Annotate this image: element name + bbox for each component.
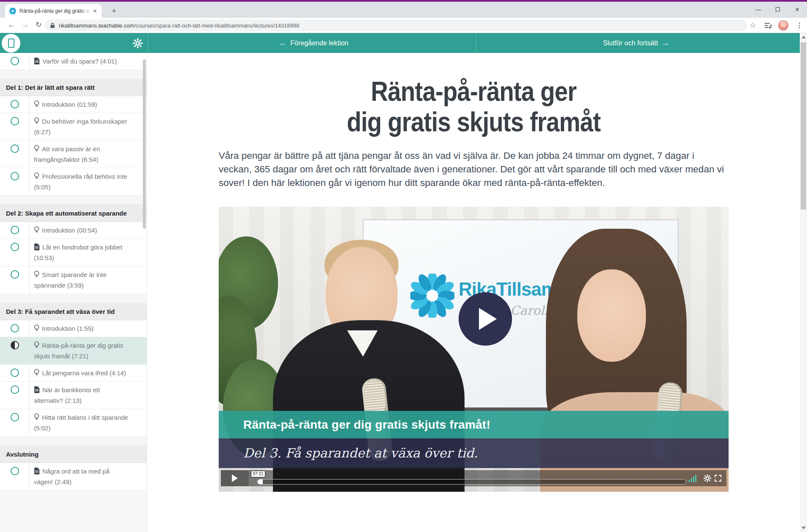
previous-lecture-button[interactable]: ← Föregående lektion bbox=[148, 33, 476, 53]
window-minimize-button[interactable]: — bbox=[749, 2, 768, 17]
sidebar-scrollbar-thumb[interactable] bbox=[143, 59, 146, 229]
complete-continue-label: Slutför och fortsätt bbox=[603, 39, 658, 47]
curriculum-item[interactable]: Professionella råd behövs inte (5:05) bbox=[0, 168, 147, 196]
lightbulb-icon bbox=[34, 271, 39, 278]
curriculum-item[interactable]: Hitta rätt balans i ditt sparande (5:02) bbox=[0, 409, 147, 437]
curriculum-item-label: Låt en fondrobot göra jobbet (10:53) bbox=[30, 239, 135, 266]
scroll-up-arrow-icon[interactable] bbox=[801, 36, 806, 39]
lightbulb-icon bbox=[34, 369, 39, 376]
settings-gear-icon[interactable] bbox=[132, 38, 143, 49]
lightbulb-icon bbox=[34, 324, 39, 332]
video-player[interactable]: RikaTillsammans Caroline Bo Ränta-på-rän… bbox=[219, 207, 729, 492]
curriculum-item[interactable]: Du behöver inga förkunskaper (6:27) bbox=[0, 113, 147, 141]
completion-circle-column bbox=[0, 239, 30, 266]
video-play-button[interactable] bbox=[221, 470, 249, 486]
completion-circle-column bbox=[0, 96, 30, 113]
bookmark-star-icon[interactable]: ☆ bbox=[747, 19, 759, 31]
chrome-menu-icon[interactable]: ⋮ bbox=[793, 19, 805, 31]
url-host: rikatillsammans.teachable.com bbox=[59, 22, 134, 29]
completion-circle-column bbox=[0, 382, 30, 409]
lightbulb-icon bbox=[34, 172, 39, 180]
completion-circle-column bbox=[0, 337, 30, 364]
video-progress-bar[interactable] bbox=[257, 479, 686, 485]
scroll-down-arrow-icon[interactable] bbox=[801, 526, 806, 529]
window-accent-strip bbox=[0, 0, 807, 2]
lock-icon bbox=[50, 22, 55, 28]
document-icon bbox=[34, 468, 40, 474]
incomplete-circle-icon bbox=[11, 117, 19, 125]
incomplete-circle-icon bbox=[11, 172, 19, 180]
video-play-overlay-button[interactable] bbox=[459, 292, 512, 346]
lightbulb-icon bbox=[34, 145, 39, 152]
lightbulb-icon bbox=[34, 341, 39, 349]
url-bar[interactable]: rikatillsammans.teachable.com/courses/sp… bbox=[45, 19, 747, 31]
window-close-button[interactable]: ✕ bbox=[788, 2, 807, 17]
video-time-tooltip: 07:21 bbox=[251, 471, 265, 477]
curriculum-item[interactable]: Några ord att ta med på vägen! (2:49) bbox=[0, 463, 147, 490]
lecture-content: Ränta-på-ränta ger dig gratis skjuts fra… bbox=[147, 53, 800, 532]
curriculum-item-label: Du behöver inga förkunskaper (6:27) bbox=[30, 113, 135, 140]
section-gap bbox=[0, 196, 147, 205]
completion-circle-column bbox=[0, 53, 30, 69]
curriculum-item[interactable]: Varför vill du spara? (4:01) bbox=[0, 53, 147, 70]
incomplete-circle-icon bbox=[11, 226, 19, 234]
complete-continue-button[interactable]: Slutför och fortsätt → bbox=[476, 33, 800, 53]
curriculum-item-label: Introduktion (00:54) bbox=[30, 222, 135, 238]
video-overlay-subtitle: Del 3. Få sparandet at växa över tid. bbox=[219, 438, 729, 468]
curriculum-sidebar: Varför vill du spara? (4:01)Del 1: Det ä… bbox=[0, 53, 147, 532]
curriculum-item-label: Låt pengarna vara ifred (4:14) bbox=[30, 365, 135, 381]
curriculum-item-label: Varför vill du spara? (4:01) bbox=[30, 53, 135, 69]
curriculum-item[interactable]: Smart sparande är inte spännande (3:59) bbox=[0, 266, 147, 294]
back-icon[interactable]: ← bbox=[6, 19, 17, 31]
play-icon bbox=[232, 474, 238, 482]
incomplete-circle-icon bbox=[11, 413, 19, 421]
browser-window: Ränta-på-ränta ger dig gratis skj ✕ + — … bbox=[0, 0, 807, 532]
forward-icon[interactable]: → bbox=[19, 19, 31, 31]
curriculum-item[interactable]: Introduktion (1:55) bbox=[0, 320, 147, 337]
section-gap bbox=[0, 294, 147, 303]
curriculum-item[interactable]: När är bankkonto ett alternativ? (2:13) bbox=[0, 382, 147, 409]
previous-lecture-label: Föregående lektion bbox=[290, 39, 348, 47]
curriculum-item-label: När är bankkonto ett alternativ? (2:13) bbox=[30, 382, 135, 409]
curriculum-item[interactable]: Låt pengarna vara ifred (4:14) bbox=[0, 365, 147, 382]
curriculum-item[interactable]: Att vara passiv är en framgångsfaktor (6… bbox=[0, 141, 147, 168]
video-settings-gear-icon[interactable] bbox=[703, 474, 712, 482]
media-controls-icon[interactable] bbox=[762, 19, 774, 31]
curriculum-item-current[interactable]: Ränta-på-ränta ger dig gratis skjuts fra… bbox=[0, 337, 147, 365]
new-tab-button[interactable]: + bbox=[109, 6, 120, 17]
curriculum-item[interactable]: Introduktion (00:54) bbox=[0, 222, 147, 239]
document-icon bbox=[34, 58, 40, 64]
reload-icon[interactable]: ↻ bbox=[33, 19, 44, 31]
fullscreen-icon[interactable] bbox=[714, 474, 722, 482]
completion-circle-column bbox=[0, 222, 30, 238]
curriculum-item[interactable]: Introduktion (01:59) bbox=[0, 96, 147, 113]
tab-title: Ränta-på-ränta ger dig gratis skj bbox=[19, 8, 91, 14]
volume-icon[interactable] bbox=[689, 474, 700, 482]
profile-avatar[interactable] bbox=[778, 20, 789, 31]
section-gap bbox=[0, 70, 147, 79]
curriculum-section-header: Avslutning bbox=[0, 446, 147, 463]
tab-close-icon[interactable]: ✕ bbox=[92, 8, 98, 14]
school-logo[interactable] bbox=[2, 34, 20, 53]
document-icon bbox=[34, 244, 40, 250]
lightbulb-icon bbox=[34, 226, 39, 233]
play-icon bbox=[479, 308, 497, 330]
curriculum-item-label: Smart sparande är inte spännande (3:59) bbox=[30, 266, 135, 294]
lightbulb-icon bbox=[34, 117, 39, 125]
completion-circle-column bbox=[0, 168, 30, 195]
lightbulb-icon bbox=[34, 100, 39, 108]
curriculum-item-label: Professionella råd behövs inte (5:05) bbox=[30, 168, 135, 195]
page-scrollbar-thumb[interactable] bbox=[801, 42, 806, 210]
incomplete-circle-icon bbox=[11, 324, 19, 332]
window-maximize-button[interactable] bbox=[768, 2, 788, 17]
browser-tab[interactable]: Ränta-på-ränta ger dig gratis skj ✕ bbox=[5, 4, 102, 18]
incomplete-circle-icon bbox=[11, 243, 19, 251]
curriculum-item[interactable]: Låt en fondrobot göra jobbet (10:53) bbox=[0, 239, 147, 266]
curriculum-section-header: Del 2: Skapa ett automatiserat sparande bbox=[0, 205, 147, 222]
curriculum-item-label: Introduktion (01:59) bbox=[30, 96, 135, 113]
site-favicon-icon bbox=[9, 8, 16, 14]
lecture-title: Ränta-på-ränta ger dig gratis skjuts fra… bbox=[249, 76, 698, 137]
page-scrollbar[interactable] bbox=[800, 33, 807, 532]
incomplete-circle-icon bbox=[11, 369, 19, 377]
completion-circle-column bbox=[0, 463, 30, 490]
